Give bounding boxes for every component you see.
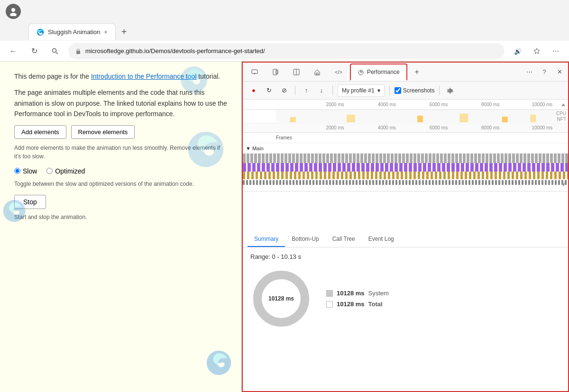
- optimized-radio-label[interactable]: Optimized: [46, 167, 85, 175]
- purple-tasks: [243, 163, 568, 172]
- download-button[interactable]: ↓: [315, 84, 328, 97]
- optimized-radio-text: Optimized: [55, 167, 85, 175]
- svg-rect-23: [417, 116, 423, 122]
- svg-rect-22: [347, 115, 355, 122]
- gray-tasks: [243, 154, 568, 163]
- scroll-up-arrow[interactable]: [560, 101, 566, 110]
- search-icon: [51, 47, 59, 55]
- tab-panel-layout[interactable]: [286, 64, 306, 81]
- read-aloud-icon[interactable]: 🔊: [510, 44, 525, 59]
- more-options-button[interactable]: ⋯: [523, 65, 536, 79]
- ruler2-tick-2000: 2000 ms: [309, 125, 361, 130]
- scroll-down-arrow[interactable]: [560, 181, 566, 189]
- svg-text:🔊: 🔊: [514, 47, 522, 55]
- main-content: This demo page is for the Introduction t…: [0, 62, 569, 392]
- svg-point-1: [10, 13, 17, 16]
- slow-radio-label[interactable]: Slow: [14, 167, 37, 175]
- devtools-close-button[interactable]: ✕: [553, 65, 566, 79]
- main-label-row: ▼ Main: [243, 143, 568, 154]
- performance-icon: [358, 69, 364, 75]
- tab-summary[interactable]: Summary: [248, 232, 285, 247]
- lock-icon: [75, 48, 82, 55]
- main-timeline: [243, 154, 568, 191]
- screenshots-checkbox[interactable]: [395, 87, 401, 94]
- tab-performance[interactable]: Performance: [350, 64, 407, 81]
- tab-source[interactable]: </>: [328, 64, 349, 81]
- slow-radio[interactable]: [14, 168, 20, 174]
- legend-total-label: Total: [368, 301, 383, 308]
- more-button[interactable]: ⋯: [548, 44, 563, 59]
- tab-close-button[interactable]: ×: [104, 29, 108, 36]
- donut-center-label: 10128 ms: [268, 295, 294, 302]
- tab-screen-cast[interactable]: [245, 64, 265, 81]
- svg-rect-33: [243, 163, 568, 172]
- ruler2-tick-10000: 10000 ms: [516, 125, 568, 130]
- timeline-ruler-2: 2000 ms 4000 ms 6000 ms 8000 ms 10000 ms: [243, 123, 568, 133]
- ruler-tick-8000: 8000 ms: [465, 102, 516, 107]
- svg-rect-36: [243, 172, 568, 179]
- url-bar[interactable]: microsoftedge.github.io/Demos/devtools-p…: [68, 43, 505, 59]
- summary-panel: Range: 0 - 10.13 s 10128 ms: [243, 247, 568, 391]
- timeline-ruler-1: 2000 ms 4000 ms 6000 ms 8000 ms 10000 ms: [243, 100, 568, 110]
- main-label: ▼ Main: [246, 146, 264, 151]
- svg-point-0: [11, 8, 15, 12]
- tab-bottom-up[interactable]: Bottom-Up: [285, 232, 325, 247]
- new-tab-button[interactable]: +: [116, 23, 133, 40]
- source-icon: </>: [335, 69, 342, 75]
- tab-add[interactable]: +: [408, 64, 426, 81]
- gold-tasks: [243, 172, 568, 179]
- ruler-tick-6000: 6000 ms: [413, 102, 464, 107]
- intro-text-before: This demo page is for the: [14, 73, 91, 80]
- screenshots-toggle-label[interactable]: Screenshots: [395, 87, 435, 94]
- settings-icon: [447, 87, 454, 94]
- upload-button[interactable]: ↑: [300, 84, 312, 97]
- add-elements-button[interactable]: Add elements: [14, 125, 66, 139]
- svg-rect-25: [502, 117, 508, 122]
- tab-event-log[interactable]: Event Log: [362, 232, 401, 247]
- back-button[interactable]: ←: [6, 44, 21, 59]
- refresh-record-button[interactable]: ↻: [263, 84, 275, 97]
- devtools-tab-bar: </> Performance + ⋯ ? ✕: [243, 63, 568, 82]
- nft-label: NFT: [557, 117, 566, 122]
- help-button[interactable]: ?: [538, 65, 551, 79]
- tab-device[interactable]: [266, 64, 285, 81]
- record-button[interactable]: ●: [248, 84, 260, 97]
- tab-home[interactable]: [307, 64, 327, 81]
- devtools-panel: </> Performance + ⋯ ? ✕ ● ↻ ⊘: [242, 62, 569, 392]
- svg-marker-40: [561, 183, 565, 186]
- clear-button[interactable]: ⊘: [278, 84, 290, 97]
- legend-system-label: System: [368, 290, 389, 297]
- ruler-tick-4000: 4000 ms: [361, 102, 413, 107]
- summary-legend: 10128 ms System 10128 ms Total: [326, 290, 389, 308]
- frames-row: Frames: [243, 133, 568, 143]
- browser-tab-active[interactable]: Sluggish Animation ×: [28, 23, 116, 40]
- legend-system: 10128 ms System: [326, 290, 389, 297]
- donut-chart-container: 10128 ms: [250, 268, 312, 329]
- optimized-radio[interactable]: [46, 168, 53, 174]
- tab-title: Sluggish Animation: [48, 28, 101, 36]
- tab-bar: Sluggish Animation × +: [0, 23, 569, 41]
- edge-logo-top: [180, 65, 208, 96]
- tab-call-tree[interactable]: Call Tree: [326, 232, 362, 247]
- profile-selector[interactable]: My profile #1 ▾: [338, 84, 385, 97]
- frames-label: Frames: [276, 135, 292, 140]
- cpu-graph-svg: [276, 110, 559, 122]
- refresh-button[interactable]: ↻: [27, 44, 42, 59]
- performance-toolbar: ● ↻ ⊘ ↑ ↓ My profile #1 ▾ Screenshots: [243, 82, 568, 100]
- svg-rect-26: [530, 115, 536, 122]
- devtools-tab-actions: ⋯ ? ✕: [523, 65, 566, 79]
- settings-button[interactable]: [444, 84, 457, 97]
- web-page-panel: This demo page is for the Introduction t…: [0, 62, 242, 392]
- legend-total: 10128 ms Total: [326, 301, 389, 308]
- summary-content: 10128 ms 10128 ms System 10128 ms Total: [250, 268, 560, 329]
- screen-cast-icon: [251, 69, 258, 75]
- edge-favicon: [37, 28, 44, 36]
- ruler2-tick-6000: 6000 ms: [413, 125, 464, 130]
- edge-logo-left: [2, 199, 26, 225]
- remove-elements-button[interactable]: Remove elements: [71, 125, 135, 139]
- ruler2-tick-4000: 4000 ms: [361, 125, 413, 130]
- search-button[interactable]: [47, 44, 63, 59]
- svg-rect-18: [316, 73, 318, 75]
- title-bar: [0, 0, 569, 23]
- favorites-icon[interactable]: [529, 44, 544, 59]
